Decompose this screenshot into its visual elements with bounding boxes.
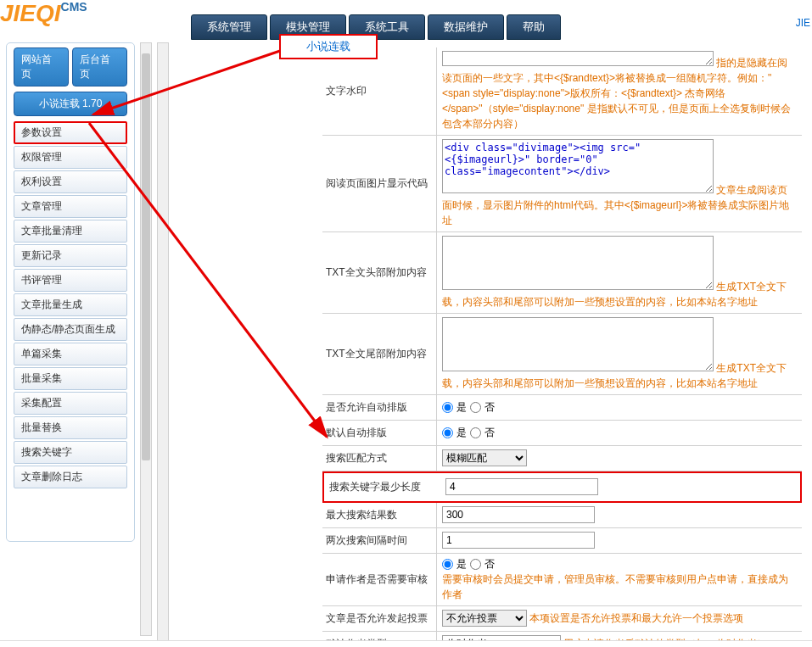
menu-batch-collect[interactable]: 批量采集 — [14, 367, 127, 390]
textarea-txt-tail[interactable] — [442, 317, 714, 371]
label-txt-head: TXT全文头部附加内容 — [322, 232, 437, 313]
radio-defaultauto-yes[interactable] — [442, 427, 453, 438]
btn-novel-version[interactable]: 小说连载 1.70 — [14, 92, 127, 116]
input-min-keyword[interactable] — [445, 478, 598, 495]
top-right-text: JIE — [796, 17, 810, 29]
menu-static-gen[interactable]: 伪静态/静态页面生成 — [14, 318, 127, 341]
textarea-read-img-code[interactable]: <div class="divimage"><img src="<{$image… — [442, 139, 714, 193]
textarea-txt-head[interactable] — [442, 236, 714, 290]
scroll-thumb[interactable] — [142, 53, 150, 460]
menu-article-batch-gen[interactable]: 文章批量生成 — [14, 293, 127, 316]
menu-permission-manage[interactable]: 权限管理 — [14, 146, 127, 169]
nav-data-maintain[interactable]: 数据维护 — [428, 14, 504, 40]
label-txt-tail: TXT全文尾部附加内容 — [322, 314, 437, 394]
select-article-vote[interactable]: 不允许投票 — [442, 610, 527, 627]
menu-update-log[interactable]: 更新记录 — [14, 244, 127, 267]
scrollbar-mid[interactable] — [157, 42, 169, 644]
menu-single-collect[interactable]: 单篇采集 — [14, 343, 127, 365]
radio-authorreview-yes[interactable] — [442, 559, 453, 570]
label-article-vote: 文章是否允许发起投票 — [322, 606, 437, 631]
logo: JIEQICMS — [0, 0, 87, 27]
radio-autolayout-no[interactable] — [470, 402, 481, 413]
bottom-bar — [0, 640, 812, 647]
input-search-interval[interactable] — [442, 532, 595, 549]
menu-article-delete-log[interactable]: 文章删除日志 — [14, 466, 127, 488]
form-content: 文字水印 指的是隐藏在阅读页面的一些文字，其中<{$randtext}>将被替换… — [322, 47, 802, 647]
menu-rights-settings[interactable]: 权利设置 — [14, 170, 127, 193]
label-max-results: 最大搜索结果数 — [322, 503, 437, 527]
btn-site-home[interactable]: 网站首页 — [14, 47, 69, 86]
label-auto-layout: 是否允许自动排版 — [322, 395, 437, 420]
select-search-mode[interactable]: 模糊匹配 — [442, 449, 527, 466]
menu-batch-replace[interactable]: 批量替换 — [14, 416, 127, 439]
menu-article-manage[interactable]: 文章管理 — [14, 195, 127, 218]
left-panel: 网站首页 后台首页 小说连载 1.70 参数设置 权限管理 权利设置 文章管理 … — [6, 42, 135, 542]
radio-autolayout-yes[interactable] — [442, 402, 453, 413]
help-article-vote: 本项设置是否允许投票和最大允许一个投票选项 — [529, 612, 743, 624]
menu-param-settings[interactable]: 参数设置 — [14, 121, 127, 144]
scrollbar-left[interactable] — [140, 42, 152, 636]
nav-system-manage[interactable]: 系统管理 — [191, 14, 267, 40]
textarea-watermark[interactable] — [442, 51, 714, 66]
label-search-interval: 两次搜索间隔时间 — [322, 528, 437, 553]
label-default-auto-layout: 默认自动排版 — [322, 421, 437, 445]
label-author-review: 申请作者是否需要审核 — [322, 554, 437, 605]
menu-collect-config[interactable]: 采集配置 — [14, 392, 127, 415]
label-min-keyword: 搜索关键字最少长度 — [326, 475, 440, 499]
menu-search-keyword[interactable]: 搜索关键字 — [14, 441, 127, 464]
label-search-mode: 搜索匹配方式 — [322, 446, 437, 471]
menu-review-manage[interactable]: 书评管理 — [14, 269, 127, 292]
radio-defaultauto-no[interactable] — [470, 427, 481, 438]
input-max-results[interactable] — [442, 506, 595, 523]
nav-help[interactable]: 帮助 — [507, 14, 561, 40]
help-author-review: 需要审核时会员提交申请，管理员审核。不需要审核则用户点申请，直接成为作者 — [442, 573, 788, 600]
menu-article-batch-clean[interactable]: 文章批量清理 — [14, 220, 127, 243]
btn-admin-home[interactable]: 后台首页 — [72, 47, 127, 86]
radio-authorreview-no[interactable] — [470, 559, 481, 570]
label-text-watermark: 文字水印 — [322, 47, 437, 135]
label-read-img-code: 阅读页面图片显示代码 — [322, 136, 437, 231]
help-watermark: 指的是隐藏在阅读页面的一些文字，其中<{$randtext}>将被替换成一组随机… — [442, 57, 791, 130]
